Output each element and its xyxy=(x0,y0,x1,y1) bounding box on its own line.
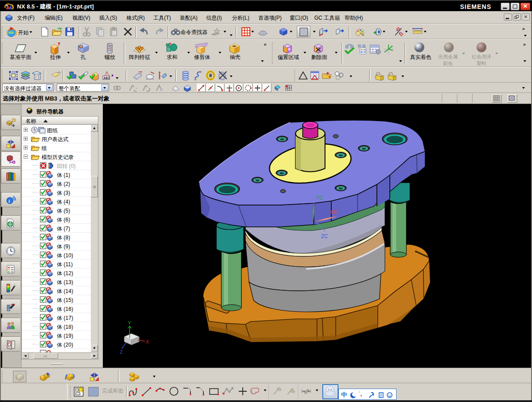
svg-text:ZC: ZC xyxy=(321,233,328,239)
svg-text:Z: Z xyxy=(120,349,123,355)
svg-text:i: i xyxy=(8,198,10,204)
svg-text:X: X xyxy=(146,339,149,344)
svg-text:YC: YC xyxy=(316,195,323,201)
svg-text:XC: XC xyxy=(330,209,338,215)
svg-text:Y: Y xyxy=(128,320,131,326)
svg-text:ABC: ABC xyxy=(104,76,110,80)
